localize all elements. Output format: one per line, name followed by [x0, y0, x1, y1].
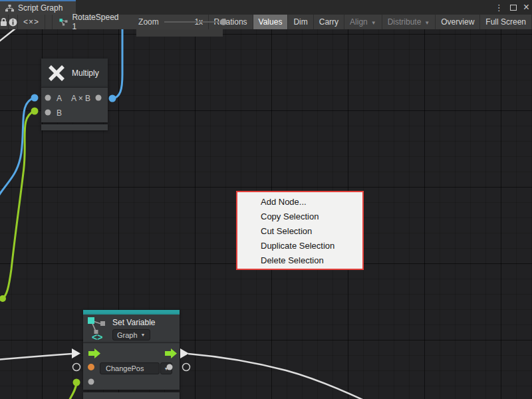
wire-white-out — [188, 354, 370, 399]
set-variable-node-footer — [83, 392, 180, 399]
context-menu: Add Node... Copy Selection Cut Selection… — [236, 191, 364, 270]
align-button[interactable]: Align ▼ — [344, 15, 382, 29]
menu-item-duplicate-selection[interactable]: Duplicate Selection — [237, 239, 362, 253]
multiply-icon — [47, 63, 66, 83]
wire-blue-left — [0, 98, 35, 197]
script-graph-icon — [5, 5, 14, 12]
graph-breadcrumb[interactable]: RotateSpeed 1 — [52, 15, 126, 29]
set-variable-node-header[interactable]: <> Set Variable Graph ▼ — [83, 315, 180, 342]
tab-script-graph[interactable]: Script Graph — [0, 0, 76, 15]
close-icon[interactable]: × — [523, 2, 529, 13]
zoom-slider[interactable] — [164, 15, 192, 29]
graph-breadcrumb-icon — [59, 18, 68, 27]
graph-canvas[interactable]: Multiply A A × B B <> Set Variable Graph… — [0, 29, 532, 399]
distribute-button[interactable]: Distribute ▼ — [382, 15, 436, 29]
wire-blue-endpoint[interactable] — [31, 94, 39, 102]
carry-button[interactable]: Carry — [314, 15, 344, 29]
multiply-node-header[interactable]: Multiply — [41, 59, 108, 87]
set-variable-icon: <> — [86, 317, 109, 342]
graph-breadcrumb-label: RotateSpeed 1 — [72, 13, 120, 31]
variable-scope-dropdown[interactable]: Graph ▼ — [112, 329, 150, 340]
zoom-slider-track[interactable] — [164, 21, 227, 23]
variable-name-value: ChangePos — [100, 364, 159, 372]
overview-button[interactable]: Overview — [436, 15, 480, 29]
variable-scope-value: Graph — [117, 331, 138, 339]
variable-caret-icon: ▼ — [164, 366, 169, 371]
setvar-hollow-port-left-icon[interactable] — [73, 364, 80, 371]
window-menu-icon[interactable]: ⋮ — [495, 3, 503, 12]
menu-item-delete-selection[interactable]: Delete Selection — [237, 253, 362, 268]
align-label: Align — [350, 17, 368, 27]
setvar-hollow-port-right-icon[interactable] — [183, 364, 190, 371]
multiply-port-b-label: B — [57, 108, 62, 118]
wire-green-endpoint-top[interactable] — [31, 108, 39, 115]
dim-button[interactable]: Dim — [288, 15, 313, 29]
lock-button[interactable] — [0, 15, 9, 29]
fullscreen-button[interactable]: Full Screen — [480, 15, 532, 29]
align-caret-icon: ▼ — [371, 20, 376, 26]
zoom-label: Zoom — [138, 15, 159, 29]
wire-green-endpoint-bottom[interactable] — [0, 295, 6, 302]
wire-green-left — [3, 111, 35, 299]
code-preview-button[interactable]: <×> — [18, 15, 45, 29]
wire-blue-up — [112, 29, 122, 98]
info-icon — [9, 18, 17, 27]
distribute-label: Distribute — [388, 17, 422, 27]
lock-icon — [0, 18, 7, 27]
script-graph-window: Script Graph ⋮ × <×> — [0, 0, 532, 399]
distribute-caret-icon: ▼ — [424, 20, 430, 26]
tab-label: Script Graph — [18, 3, 63, 13]
set-variable-node-title: Set Variable — [112, 318, 155, 327]
menu-item-add-node[interactable]: Add Node... — [237, 195, 362, 209]
wire-blue-out-endpoint[interactable] — [109, 95, 116, 102]
svg-text:<>: <> — [92, 332, 102, 342]
multiply-port-a-label: A — [57, 94, 62, 103]
menu-item-cut-selection[interactable]: Cut Selection — [237, 224, 362, 239]
wire-green-bottom — [68, 383, 76, 399]
zoom-slider-handle[interactable] — [220, 19, 227, 25]
scope-caret-icon: ▼ — [141, 332, 146, 337]
wire-white-topleft — [0, 29, 19, 44]
multiply-port-out-label: A × B — [71, 94, 90, 103]
inspector-button[interactable] — [9, 15, 18, 29]
maximize-icon[interactable] — [510, 5, 517, 11]
multiply-node-title: Multiply — [72, 68, 99, 78]
menu-item-copy-selection[interactable]: Copy Selection — [237, 209, 362, 224]
set-variable-selection-bar — [83, 310, 180, 315]
graph-toolbar: <×> RotateSpeed 1 Zoom 1x Relations Valu… — [0, 15, 532, 29]
window-controls: ⋮ × — [495, 0, 529, 15]
offscreen-node-top[interactable] — [136, 29, 223, 37]
wire-green-endpoint-setvar[interactable] — [73, 379, 80, 386]
multiply-node-footer — [41, 124, 108, 130]
set-variable-node-body[interactable]: ChangePos ▼ — [83, 342, 180, 390]
multiply-node-body[interactable]: A A × B B — [41, 87, 108, 122]
values-button[interactable]: Values — [253, 15, 289, 29]
flow-arrow-in-icon[interactable] — [72, 348, 80, 358]
variable-name-caret-button[interactable]: ▼ — [160, 362, 172, 374]
flow-arrow-out-icon[interactable] — [180, 348, 189, 358]
variable-name-dropdown[interactable]: ChangePos — [100, 362, 160, 374]
wire-white-in — [0, 354, 72, 360]
